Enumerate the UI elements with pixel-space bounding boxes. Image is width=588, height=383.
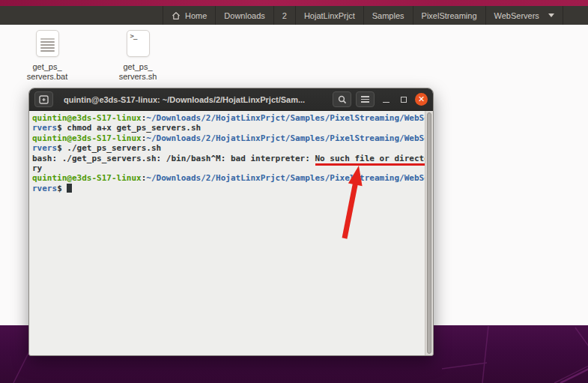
file-label: get_ps_ servers.bat bbox=[13, 62, 82, 81]
document-lines-glyph bbox=[40, 38, 55, 53]
breadcrumb-label: 2 bbox=[282, 11, 287, 20]
file-name-line2: servers.bat bbox=[13, 72, 82, 82]
breadcrumb-item-hojatlinxprjct[interactable]: HojatLinxPrjct bbox=[296, 6, 364, 25]
breadcrumb-item-webservers[interactable]: WebServers bbox=[486, 6, 563, 25]
chevron-down-icon bbox=[548, 13, 554, 17]
home-icon bbox=[172, 11, 181, 20]
terminal-text: rvers bbox=[32, 123, 57, 133]
menu-button[interactable] bbox=[356, 91, 375, 107]
new-tab-icon bbox=[39, 95, 49, 104]
terminal-text: ~/Downloads/2/HojatLinxPrjct/Samples/Pix… bbox=[146, 173, 429, 183]
terminal-text: quintin@e3ds-S17-linux bbox=[32, 113, 142, 123]
breadcrumb-label: WebServers bbox=[494, 11, 539, 20]
breadcrumb-bar: HomeDownloads2HojatLinxPrjctSamplesPixel… bbox=[163, 6, 563, 25]
terminal-text: $ bbox=[57, 184, 67, 193]
terminal-text: ~/Downloads/2/HojatLinxPrjct/Samples/Pix… bbox=[146, 113, 429, 123]
breadcrumb-label: Downloads bbox=[224, 11, 264, 20]
scrollbar-thumb[interactable] bbox=[427, 112, 431, 354]
terminal-output[interactable]: quintin@e3ds-S17-linux:~/Downloads/2/Hoj… bbox=[29, 111, 433, 356]
terminal-line: quintin@e3ds-S17-linux:~/Downloads/2/Hoj… bbox=[32, 113, 433, 123]
breadcrumb-item-home[interactable]: Home bbox=[163, 6, 216, 25]
terminal-line: bash: ./get_ps_servers.sh: /bin/bash^M: … bbox=[32, 154, 433, 163]
terminal-text: rvers bbox=[32, 143, 57, 153]
hamburger-icon bbox=[361, 94, 369, 104]
terminal-titlebar[interactable]: quintin@e3ds-S17-linux: ~/Downloads/2/Ho… bbox=[29, 88, 433, 111]
terminal-prompt-glyph: >_ bbox=[130, 32, 137, 40]
terminal-line: quintin@e3ds-S17-linux:~/Downloads/2/Hoj… bbox=[32, 173, 433, 183]
terminal-scrollbar[interactable] bbox=[425, 111, 433, 355]
breadcrumb-item-samples[interactable]: Samples bbox=[364, 6, 413, 25]
maximize-icon bbox=[401, 97, 407, 103]
terminal-window-title: quintin@e3ds-S17-linux: ~/Downloads/2/Ho… bbox=[64, 95, 305, 104]
terminal-line: rvers$ ./get_ps_servers.sh bbox=[32, 143, 433, 153]
search-icon bbox=[338, 95, 347, 104]
minimize-icon bbox=[383, 102, 390, 103]
breadcrumb-item-2[interactable]: 2 bbox=[274, 6, 296, 25]
terminal-window: quintin@e3ds-S17-linux: ~/Downloads/2/Ho… bbox=[28, 88, 434, 356]
terminal-text: bash: ./get_ps_servers.sh: /bin/bash^M: … bbox=[32, 154, 315, 163]
terminal-text: quintin@e3ds-S17-linux bbox=[32, 173, 142, 183]
terminal-line: rvers$ bbox=[32, 184, 433, 193]
terminal-text: ~/Downloads/2/HojatLinxPrjct/Samples/Pix… bbox=[146, 133, 429, 143]
file-name-line1: get_ps_ bbox=[103, 62, 172, 72]
terminal-line: rvers$ chmod a+x get_ps_servers.sh bbox=[32, 123, 433, 133]
breadcrumb-item-downloads[interactable]: Downloads bbox=[216, 6, 273, 25]
close-button[interactable]: ✕ bbox=[415, 93, 428, 106]
breadcrumb-label: Home bbox=[185, 11, 207, 20]
file-name-line1: get_ps_ bbox=[13, 62, 82, 72]
terminal-text: $ chmod a+x get_ps_servers.sh bbox=[57, 123, 201, 133]
terminal-text: rvers bbox=[32, 184, 57, 193]
file-label: get_ps_ servers.sh bbox=[103, 62, 172, 81]
file-item-get_ps_servers-bat[interactable]: get_ps_ servers.bat bbox=[13, 30, 82, 81]
terminal-text: $ ./get_ps_servers.sh bbox=[57, 143, 161, 153]
text-document-icon bbox=[36, 30, 59, 57]
error-text-underlined: No such file or directo bbox=[315, 154, 431, 166]
maximize-button[interactable] bbox=[397, 91, 410, 107]
close-icon: ✕ bbox=[418, 95, 425, 103]
breadcrumb-label: PixelStreaming bbox=[422, 11, 477, 20]
file-name-line2: servers.sh bbox=[103, 72, 172, 82]
shell-script-icon: >_ bbox=[127, 30, 150, 57]
breadcrumb-label: Samples bbox=[372, 11, 404, 20]
terminal-text: ry bbox=[32, 163, 42, 173]
file-item-get_ps_servers-sh[interactable]: >_ get_ps_ servers.sh bbox=[103, 30, 172, 81]
breadcrumb-label: HojatLinxPrjct bbox=[304, 11, 355, 20]
new-tab-button[interactable] bbox=[34, 91, 53, 107]
file-manager-toolbar: HomeDownloads2HojatLinxPrjctSamplesPixel… bbox=[0, 6, 588, 25]
terminal-text: quintin@e3ds-S17-linux bbox=[32, 133, 142, 143]
wallpaper-top-band bbox=[0, 0, 588, 6]
breadcrumb-item-pixelstreaming[interactable]: PixelStreaming bbox=[413, 6, 486, 25]
search-button[interactable] bbox=[333, 91, 351, 107]
minimize-button[interactable] bbox=[379, 91, 392, 107]
terminal-cursor bbox=[67, 184, 72, 193]
terminal-line: quintin@e3ds-S17-linux:~/Downloads/2/Hoj… bbox=[32, 133, 433, 143]
